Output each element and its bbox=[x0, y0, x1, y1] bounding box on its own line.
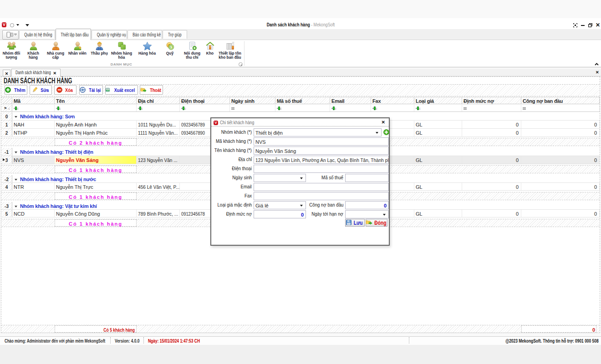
svg-text:$: $ bbox=[170, 45, 172, 49]
svg-text:DK: DK bbox=[55, 47, 56, 48]
svg-text:CSD: CSD bbox=[107, 90, 109, 91]
